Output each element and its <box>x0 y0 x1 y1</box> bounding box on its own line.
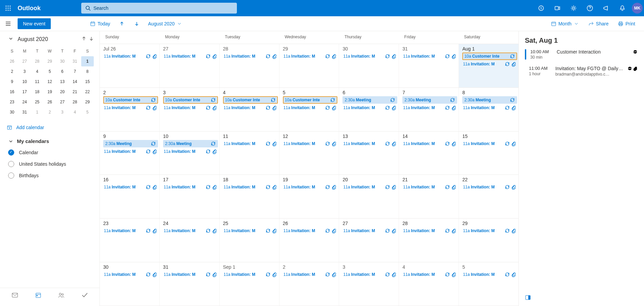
mini-next-button[interactable] <box>89 36 94 43</box>
calendar-day[interactable]: 26 11a Invitation: M <box>280 219 339 262</box>
prev-month-button[interactable] <box>116 18 127 29</box>
mini-day[interactable]: 12 <box>43 77 56 87</box>
calendar-day[interactable]: 28 11a Invitation: M <box>399 219 459 262</box>
calendar-event[interactable]: 11a Invitation: M <box>402 227 457 234</box>
calendar-day[interactable]: 24 11a Invitation: M <box>160 219 220 262</box>
mini-day[interactable]: 1 <box>31 107 43 117</box>
mini-day[interactable]: 23 <box>6 97 18 107</box>
calendar-day[interactable]: 9 2:30a Meeting 11a Invitation: M <box>100 131 160 175</box>
mini-day[interactable]: 16 <box>6 87 18 97</box>
calendar-event[interactable]: 2:30a Meeting <box>402 96 457 104</box>
mini-day[interactable]: 10 <box>18 77 31 87</box>
help-button[interactable] <box>582 0 598 16</box>
calendar-day[interactable]: 25 11a Invitation: M <box>220 219 280 262</box>
calendar-event[interactable]: 11a Invitation: M <box>103 53 158 60</box>
calendar-event[interactable]: 11a Invitation: M <box>223 104 278 111</box>
mini-prev-button[interactable] <box>81 36 87 43</box>
mini-day[interactable]: 2 <box>6 66 18 77</box>
megaphone-button[interactable] <box>598 0 614 16</box>
notifications-button[interactable] <box>614 0 630 16</box>
mini-day[interactable]: 4 <box>69 107 81 117</box>
calendar-event[interactable]: 11a Invitation: M <box>103 227 158 234</box>
nav-toggle-button[interactable] <box>0 16 16 31</box>
calendar-event[interactable]: 11a Invitation: M <box>462 60 517 68</box>
mini-day[interactable]: 24 <box>18 97 31 107</box>
calendar-event[interactable]: 11a Invitation: M <box>283 183 338 191</box>
calendar-event[interactable]: 11a Invitation: M <box>342 104 397 111</box>
mini-day[interactable]: 3 <box>56 107 69 117</box>
calendar-event[interactable]: 2:30a Meeting <box>342 96 397 104</box>
calendar-event[interactable]: 11a Invitation: M <box>342 183 397 191</box>
calendar-event[interactable]: 11a Invitation: M <box>223 227 278 234</box>
mini-day[interactable]: 21 <box>69 87 81 97</box>
mini-day[interactable]: 4 <box>31 66 43 77</box>
print-button[interactable]: Print <box>616 20 637 28</box>
calendar-toggle[interactable] <box>8 161 14 167</box>
mini-day[interactable]: 31 <box>18 107 31 117</box>
calendar-day[interactable]: 13 11a Invitation: M <box>339 131 399 175</box>
calendar-day[interactable]: 20 11a Invitation: M <box>339 175 399 218</box>
app-launcher-button[interactable] <box>0 0 16 16</box>
mini-day[interactable]: 2 <box>43 107 56 117</box>
agenda-item[interactable]: 11:00 AM 1 hour Invitation: May FGTO @ D… <box>525 66 638 77</box>
mini-day[interactable]: 8 <box>81 66 94 77</box>
mini-day[interactable]: 27 <box>56 97 69 107</box>
mini-day[interactable]: 18 <box>31 87 43 97</box>
calendar-day[interactable]: 29 11a Invitation: M <box>459 219 518 262</box>
calendar-event[interactable]: 10a Customer Inte <box>163 96 218 104</box>
my-calendars-section[interactable]: My calendars <box>0 134 99 147</box>
search-box[interactable] <box>81 3 237 14</box>
calendar-list-item[interactable]: Calendar <box>0 147 99 158</box>
avatar[interactable]: MK <box>632 3 643 14</box>
calendar-day[interactable]: 28 11a Invitation: M <box>220 44 280 87</box>
mini-day[interactable]: 27 <box>18 56 31 66</box>
calendar-event[interactable]: 11a Invitation: M <box>223 53 278 60</box>
calendar-event[interactable]: 11a Invitation: M <box>342 53 397 60</box>
calendar-event[interactable]: 11a Invitation: M <box>163 183 218 191</box>
calendar-day[interactable]: 3 10a Customer Inte 11a Invitation: M <box>160 88 220 131</box>
calendar-event[interactable]: 2:30a Meeting <box>103 140 158 147</box>
mini-day[interactable]: 29 <box>43 56 56 66</box>
mini-day[interactable]: 31 <box>69 56 81 66</box>
mini-day[interactable]: 28 <box>31 56 43 66</box>
meet-now-button[interactable] <box>549 0 565 16</box>
calendar-event[interactable]: 11a Invitation: M <box>103 104 158 111</box>
calendar-toggle[interactable] <box>8 149 14 156</box>
calendar-event[interactable]: 11a Invitation: M <box>223 271 278 278</box>
mini-day[interactable]: 1 <box>81 56 94 66</box>
calendar-day[interactable]: 17 11a Invitation: M <box>160 175 220 218</box>
calendar-day[interactable]: 5 11a Invitation: M <box>459 262 518 306</box>
calendar-day[interactable]: 27 11a Invitation: M <box>160 44 220 87</box>
calendar-list-item[interactable]: United States holidays <box>0 158 99 170</box>
mini-day[interactable]: 5 <box>81 107 94 117</box>
mini-day[interactable]: 17 <box>18 87 31 97</box>
skype-button[interactable]: S <box>533 0 549 16</box>
next-month-button[interactable] <box>131 18 142 29</box>
mini-day[interactable]: 28 <box>69 97 81 107</box>
mini-day[interactable]: 29 <box>81 97 94 107</box>
calendar-event[interactable]: 11a Invitation: M <box>223 140 278 147</box>
calendar-event[interactable]: 11a Invitation: M <box>103 271 158 278</box>
calendar-event[interactable]: 10a Customer Inte <box>103 96 158 104</box>
calendar-event[interactable]: 11a Invitation: M <box>402 140 457 147</box>
mini-day[interactable]: 14 <box>69 77 81 87</box>
calendar-event[interactable]: 2:30a Meeting <box>462 96 517 104</box>
calendar-event[interactable]: 11a Invitation: M <box>223 183 278 191</box>
calendar-day[interactable]: 21 11a Invitation: M <box>399 175 459 218</box>
month-selector[interactable]: August 2020 <box>146 20 184 28</box>
calendar-day[interactable]: 30 11a Invitation: M <box>100 262 160 306</box>
calendar-event[interactable]: 11a Invitation: M <box>462 183 517 191</box>
calendar-event[interactable]: 11a Invitation: M <box>163 53 218 60</box>
calendar-day[interactable]: 2 11a Invitation: M <box>280 262 339 306</box>
calendar-day[interactable]: 7 2:30a Meeting 11a Invitation: M <box>399 88 459 131</box>
calendar-day[interactable]: 31 11a Invitation: M <box>399 44 459 87</box>
mini-day[interactable]: 3 <box>18 66 31 77</box>
calendar-day[interactable]: 30 11a Invitation: M <box>339 44 399 87</box>
calendar-day[interactable]: 12 11a Invitation: M <box>280 131 339 175</box>
calendar-day[interactable]: Aug 1 10a Customer Inte 11a Invitation: … <box>459 44 518 87</box>
calendar-day[interactable]: 6 2:30a Meeting 11a Invitation: M <box>339 88 399 131</box>
calendar-event[interactable]: 11a Invitation: M <box>163 104 218 111</box>
calendar-day[interactable]: 16 11a Invitation: M <box>100 175 160 218</box>
calendar-day[interactable]: 5 10a Customer Inte 11a Invitation: M <box>280 88 339 131</box>
calendar-day[interactable]: 10 2:30a Meeting 11a Invitation: M <box>160 131 220 175</box>
